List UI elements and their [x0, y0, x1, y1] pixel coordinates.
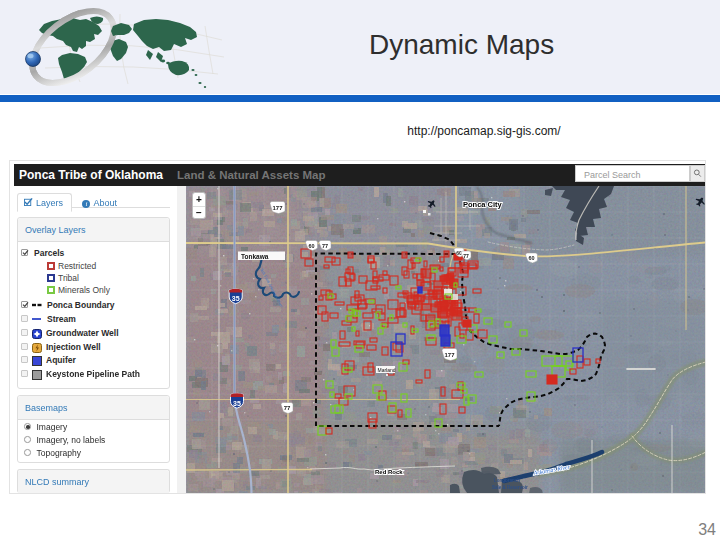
svg-text:77: 77	[463, 253, 469, 259]
svg-text:35: 35	[233, 400, 241, 407]
svg-text:177: 177	[444, 352, 455, 358]
svg-text:Tonkawa: Tonkawa	[241, 253, 269, 260]
svg-text:60: 60	[308, 243, 314, 249]
svg-text:177: 177	[272, 205, 283, 211]
svg-text:77: 77	[322, 243, 328, 249]
svg-text:77: 77	[284, 405, 291, 411]
svg-text:Marland: Marland	[378, 367, 396, 373]
svg-text:Sale & Reservoir: Sale & Reservoir	[492, 485, 528, 490]
svg-text:60: 60	[528, 255, 534, 261]
svg-text:Longbranch: Longbranch	[494, 478, 520, 483]
svg-text:Ponca City: Ponca City	[463, 200, 503, 209]
svg-text:Red Rock: Red Rock	[375, 469, 403, 475]
svg-text:35: 35	[232, 295, 240, 302]
